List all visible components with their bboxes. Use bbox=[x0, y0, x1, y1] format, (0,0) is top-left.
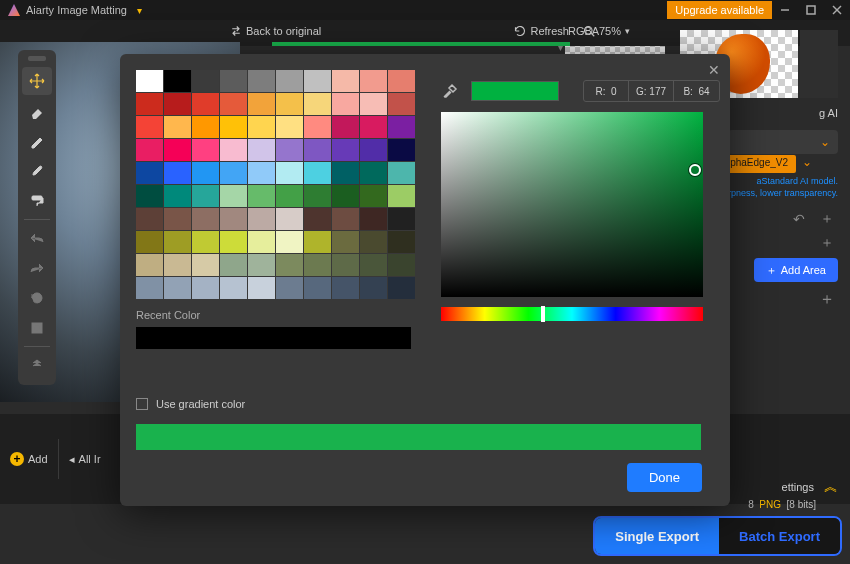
color-swatch[interactable] bbox=[332, 93, 359, 115]
color-swatch[interactable] bbox=[192, 231, 219, 253]
color-swatch[interactable] bbox=[276, 254, 303, 276]
single-export-button[interactable]: Single Export bbox=[595, 518, 719, 554]
maximize-button[interactable] bbox=[798, 0, 824, 20]
color-swatch[interactable] bbox=[304, 93, 331, 115]
color-swatch[interactable] bbox=[136, 277, 163, 299]
color-swatch[interactable] bbox=[360, 185, 387, 207]
gradient-preview[interactable] bbox=[136, 424, 701, 450]
color-swatch[interactable] bbox=[164, 231, 191, 253]
g-input[interactable]: G: 177 bbox=[629, 81, 674, 101]
color-swatch[interactable] bbox=[220, 254, 247, 276]
close-button[interactable] bbox=[824, 0, 850, 20]
color-swatch[interactable] bbox=[304, 254, 331, 276]
hue-thumb[interactable] bbox=[541, 306, 545, 322]
color-swatch[interactable] bbox=[192, 93, 219, 115]
color-swatch[interactable] bbox=[388, 185, 415, 207]
color-swatch[interactable] bbox=[276, 93, 303, 115]
color-swatch[interactable] bbox=[360, 139, 387, 161]
app-title-chevron-icon[interactable]: ▾ bbox=[137, 5, 142, 16]
color-swatch[interactable] bbox=[360, 116, 387, 138]
color-swatch[interactable] bbox=[388, 162, 415, 184]
color-swatch[interactable] bbox=[332, 277, 359, 299]
color-swatch[interactable] bbox=[164, 254, 191, 276]
color-swatch[interactable] bbox=[332, 231, 359, 253]
color-swatch[interactable] bbox=[304, 162, 331, 184]
back-to-original-button[interactable]: Back to original bbox=[230, 25, 321, 37]
settings-collapse-icon[interactable]: ︽ bbox=[824, 478, 838, 496]
color-swatch[interactable] bbox=[248, 208, 275, 230]
color-swatch[interactable] bbox=[248, 231, 275, 253]
color-swatch[interactable] bbox=[248, 254, 275, 276]
sv-cursor[interactable] bbox=[689, 164, 701, 176]
color-swatch[interactable] bbox=[220, 93, 247, 115]
row-add-icon-3[interactable]: ＋ bbox=[816, 288, 838, 310]
select-all-button[interactable]: ◂All Ir bbox=[69, 453, 101, 466]
color-swatch[interactable] bbox=[136, 162, 163, 184]
refresh-button[interactable]: Refresh bbox=[514, 25, 569, 37]
color-swatch[interactable] bbox=[332, 70, 359, 92]
checkbox-icon[interactable] bbox=[136, 398, 148, 410]
color-swatch[interactable] bbox=[276, 208, 303, 230]
row-undo-icon[interactable]: ↶ bbox=[788, 208, 810, 230]
color-swatch[interactable] bbox=[276, 162, 303, 184]
color-swatch[interactable] bbox=[332, 162, 359, 184]
done-button[interactable]: Done bbox=[627, 463, 702, 492]
color-swatch[interactable] bbox=[192, 70, 219, 92]
color-swatch[interactable] bbox=[192, 116, 219, 138]
color-swatch[interactable] bbox=[192, 254, 219, 276]
alpha-edge-badge[interactable]: lphaEdge_V2 bbox=[720, 155, 796, 173]
color-swatch[interactable] bbox=[192, 208, 219, 230]
color-swatch[interactable] bbox=[332, 208, 359, 230]
color-swatch[interactable] bbox=[304, 208, 331, 230]
hue-slider[interactable] bbox=[441, 307, 703, 321]
color-swatch[interactable] bbox=[360, 208, 387, 230]
eraser-tool[interactable] bbox=[22, 97, 52, 125]
color-swatch[interactable] bbox=[388, 277, 415, 299]
upgrade-button[interactable]: Upgrade available bbox=[667, 1, 772, 19]
color-swatch[interactable] bbox=[164, 277, 191, 299]
color-swatch[interactable] bbox=[388, 208, 415, 230]
toolbar-handle[interactable] bbox=[28, 56, 46, 61]
color-swatch[interactable] bbox=[332, 254, 359, 276]
color-swatch[interactable] bbox=[248, 93, 275, 115]
color-swatch[interactable] bbox=[360, 70, 387, 92]
crop-tool[interactable] bbox=[22, 314, 52, 342]
color-swatch[interactable] bbox=[360, 93, 387, 115]
color-swatch[interactable] bbox=[248, 139, 275, 161]
row-add-icon[interactable]: ＋ bbox=[816, 208, 838, 230]
color-swatch[interactable] bbox=[220, 185, 247, 207]
redo-button[interactable] bbox=[22, 254, 52, 282]
color-swatch[interactable] bbox=[304, 231, 331, 253]
undo-button[interactable] bbox=[22, 224, 52, 252]
r-input[interactable]: R: 0 bbox=[584, 81, 629, 101]
alpha-chevron-icon[interactable]: ⌄ bbox=[802, 155, 812, 169]
color-swatch[interactable] bbox=[136, 254, 163, 276]
color-swatch[interactable] bbox=[248, 116, 275, 138]
color-swatch[interactable] bbox=[360, 162, 387, 184]
reset-button[interactable] bbox=[22, 284, 52, 312]
color-swatch[interactable] bbox=[164, 116, 191, 138]
color-swatch[interactable] bbox=[192, 139, 219, 161]
row-add-icon-2[interactable]: ＋ bbox=[816, 232, 838, 254]
color-swatch[interactable] bbox=[276, 70, 303, 92]
color-swatch[interactable] bbox=[332, 185, 359, 207]
color-swatch[interactable] bbox=[136, 231, 163, 253]
add-area-button[interactable]: ＋Add Area bbox=[754, 258, 838, 282]
color-swatch[interactable] bbox=[304, 139, 331, 161]
color-swatch[interactable] bbox=[248, 162, 275, 184]
color-swatch[interactable] bbox=[136, 93, 163, 115]
color-swatch[interactable] bbox=[388, 231, 415, 253]
color-swatch[interactable] bbox=[164, 93, 191, 115]
color-swatch[interactable] bbox=[220, 231, 247, 253]
brush-tool[interactable] bbox=[22, 157, 52, 185]
color-swatch[interactable] bbox=[136, 70, 163, 92]
color-swatch[interactable] bbox=[276, 139, 303, 161]
color-swatch[interactable] bbox=[136, 116, 163, 138]
pen-tool[interactable] bbox=[22, 127, 52, 155]
batch-export-button[interactable]: Batch Export bbox=[719, 518, 840, 554]
color-swatch[interactable] bbox=[360, 277, 387, 299]
color-swatch[interactable] bbox=[136, 185, 163, 207]
color-swatch[interactable] bbox=[136, 208, 163, 230]
color-swatch[interactable] bbox=[304, 185, 331, 207]
color-swatch[interactable] bbox=[164, 139, 191, 161]
